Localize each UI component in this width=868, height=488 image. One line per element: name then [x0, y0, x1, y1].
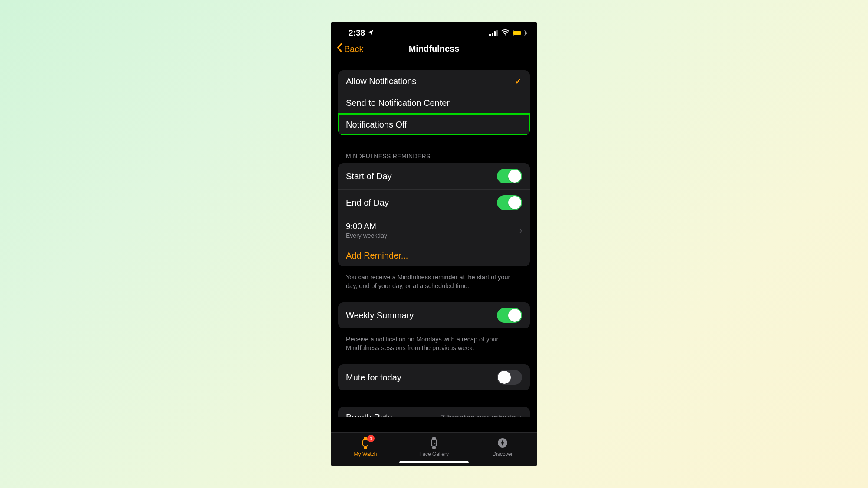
row-label: Allow Notifications: [346, 76, 416, 86]
home-indicator[interactable]: [399, 461, 469, 463]
row-scheduled-reminder[interactable]: 9:00 AM Every weekday ›: [338, 216, 530, 245]
wifi-icon: [501, 28, 510, 38]
toggle-weekly-summary[interactable]: [497, 308, 522, 323]
tab-discover[interactable]: Discover: [469, 436, 536, 457]
row-label: Weekly Summary: [346, 311, 414, 321]
svg-rect-2: [364, 437, 367, 439]
tab-my-watch[interactable]: 1 My Watch: [332, 436, 399, 457]
back-label: Back: [344, 44, 363, 54]
row-end-of-day[interactable]: End of Day: [338, 189, 530, 216]
tab-label: Face Gallery: [419, 451, 449, 457]
scheduled-sub-label: Every weekday: [346, 232, 387, 239]
status-bar: 2:38: [331, 22, 537, 40]
reminders-group: Start of Day End of Day 9:00 AM Every we…: [338, 163, 530, 266]
row-send-to-notification-center[interactable]: Send to Notification Center: [338, 92, 530, 114]
content-scroll[interactable]: Allow Notifications ✓ Send to Notificati…: [331, 62, 537, 417]
row-label: Send to Notification Center: [346, 98, 450, 108]
row-label: Breath Rate: [346, 413, 392, 417]
svg-rect-1: [363, 439, 368, 446]
watch-icon: 1: [359, 436, 372, 449]
toggle-mute-for-today[interactable]: [497, 370, 522, 385]
nav-bar: Back Mindfulness: [331, 40, 537, 62]
chevron-left-icon: [336, 43, 342, 55]
row-notifications-off[interactable]: Notifications Off: [338, 114, 530, 135]
watch-face-icon: [427, 436, 441, 449]
breath-rate-value: 7 breaths per minute: [441, 413, 516, 417]
row-label: Notifications Off: [346, 120, 407, 130]
weekly-summary-group: Weekly Summary: [338, 302, 530, 328]
row-label: Mute for today: [346, 373, 401, 383]
row-start-of-day[interactable]: Start of Day: [338, 163, 530, 189]
reminders-footer-text: You can receive a Mindfulness reminder a…: [338, 271, 530, 290]
location-services-icon: [368, 29, 374, 37]
row-allow-notifications[interactable]: Allow Notifications ✓: [338, 70, 530, 92]
tab-face-gallery[interactable]: Face Gallery: [400, 436, 468, 457]
svg-point-0: [505, 34, 506, 35]
back-button[interactable]: Back: [336, 43, 363, 55]
tab-label: Discover: [493, 451, 513, 457]
svg-rect-8: [432, 447, 436, 449]
cellular-signal-icon: [489, 30, 498, 36]
row-add-reminder[interactable]: Add Reminder...: [338, 245, 530, 266]
toggle-end-of-day[interactable]: [497, 195, 522, 210]
svg-rect-7: [432, 437, 436, 439]
tab-label: My Watch: [354, 451, 377, 457]
add-reminder-label: Add Reminder...: [346, 251, 408, 261]
row-label: End of Day: [346, 198, 389, 208]
status-time: 2:38: [349, 28, 365, 38]
page-title: Mindfulness: [409, 44, 460, 54]
mute-group: Mute for today: [338, 364, 530, 390]
chevron-right-icon: ›: [519, 226, 522, 235]
checkmark-icon: ✓: [515, 76, 522, 86]
phone-frame: 2:38 Back Mindfulne: [331, 22, 537, 466]
svg-rect-3: [364, 447, 367, 449]
compass-icon: [496, 436, 509, 449]
section-header-reminders: MINDFULNESS REMINDERS: [338, 140, 530, 163]
row-label: Start of Day: [346, 171, 392, 181]
row-mute-for-today[interactable]: Mute for today: [338, 364, 530, 390]
chevron-right-icon: ›: [519, 413, 522, 417]
tab-badge: 1: [367, 435, 375, 442]
row-breath-rate[interactable]: Breath Rate 7 breaths per minute ›: [338, 407, 530, 417]
row-weekly-summary[interactable]: Weekly Summary: [338, 302, 530, 328]
notifications-group: Allow Notifications ✓ Send to Notificati…: [338, 70, 530, 135]
weekly-footer-text: Receive a notification on Mondays with a…: [338, 333, 530, 352]
toggle-start-of-day[interactable]: [497, 169, 522, 183]
breath-rate-group: Breath Rate 7 breaths per minute ›: [338, 407, 530, 417]
svg-line-6: [434, 443, 435, 444]
battery-icon: [513, 30, 526, 36]
scheduled-time-label: 9:00 AM: [346, 222, 387, 231]
